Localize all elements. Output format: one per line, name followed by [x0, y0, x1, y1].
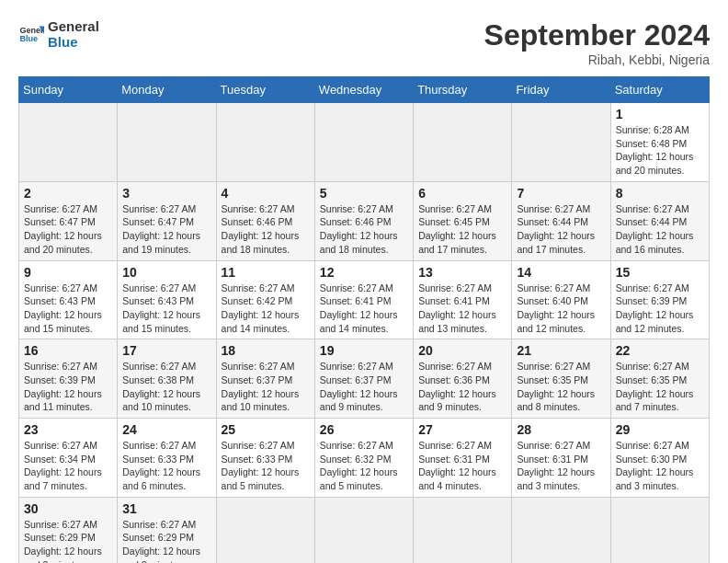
day-info: Sunrise: 6:27 AMSunset: 6:36 PMDaylight:… — [418, 360, 506, 414]
day-info: Sunrise: 6:27 AMSunset: 6:45 PMDaylight:… — [418, 202, 506, 257]
day-info: Sunrise: 6:27 AMSunset: 6:44 PMDaylight:… — [616, 202, 704, 257]
day-cell: 29Sunrise: 6:27 AMSunset: 6:30 PMDayligh… — [610, 419, 709, 498]
day-number: 14 — [517, 265, 605, 280]
day-info: Sunrise: 6:27 AMSunset: 6:37 PMDaylight:… — [222, 360, 310, 414]
svg-text:Blue: Blue — [19, 34, 38, 43]
day-cell — [512, 103, 610, 182]
day-info: Sunrise: 6:27 AMSunset: 6:46 PMDaylight:… — [320, 202, 408, 257]
day-info: Sunrise: 6:27 AMSunset: 6:47 PMDaylight:… — [122, 202, 210, 257]
day-cell: 28Sunrise: 6:27 AMSunset: 6:31 PMDayligh… — [512, 419, 610, 498]
calendar-table: SundayMondayTuesdayWednesdayThursdayFrid… — [18, 76, 710, 563]
day-info: Sunrise: 6:27 AMSunset: 6:39 PMDaylight:… — [616, 282, 704, 336]
day-cell: 13Sunrise: 6:27 AMSunset: 6:41 PMDayligh… — [414, 260, 512, 339]
day-number: 31 — [122, 501, 210, 516]
week-row-2: 2Sunrise: 6:27 AMSunset: 6:47 PMDaylight… — [19, 181, 710, 260]
week-row-6: 30Sunrise: 6:27 AMSunset: 6:29 PMDayligh… — [19, 497, 710, 563]
day-number: 12 — [320, 265, 408, 280]
day-info: Sunrise: 6:27 AMSunset: 6:38 PMDaylight:… — [122, 360, 210, 414]
location: Ribah, Kebbi, Nigeria — [484, 52, 710, 67]
day-number: 29 — [616, 422, 704, 437]
day-number: 9 — [24, 265, 112, 280]
day-number: 16 — [24, 343, 112, 358]
day-info: Sunrise: 6:27 AMSunset: 6:37 PMDaylight:… — [320, 360, 408, 414]
day-number: 15 — [616, 265, 704, 280]
day-info: Sunrise: 6:27 AMSunset: 6:31 PMDaylight:… — [418, 439, 506, 493]
day-number: 25 — [222, 422, 310, 437]
day-number: 22 — [616, 343, 704, 358]
day-info: Sunrise: 6:27 AMSunset: 6:35 PMDaylight:… — [616, 360, 704, 414]
day-number: 2 — [24, 186, 112, 201]
col-header-saturday: Saturday — [610, 77, 709, 103]
day-number: 28 — [517, 422, 605, 437]
day-cell: 2Sunrise: 6:27 AMSunset: 6:47 PMDaylight… — [19, 181, 118, 260]
day-cell — [19, 103, 118, 182]
logo-line2: Blue — [48, 34, 99, 50]
day-number: 24 — [122, 422, 210, 437]
day-cell: 5Sunrise: 6:27 AMSunset: 6:46 PMDaylight… — [314, 181, 413, 260]
day-cell: 7Sunrise: 6:27 AMSunset: 6:44 PMDaylight… — [512, 181, 610, 260]
day-number: 1 — [616, 107, 704, 121]
day-cell: 24Sunrise: 6:27 AMSunset: 6:33 PMDayligh… — [118, 419, 216, 498]
day-info: Sunrise: 6:27 AMSunset: 6:30 PMDaylight:… — [616, 439, 704, 493]
day-cell: 17Sunrise: 6:27 AMSunset: 6:38 PMDayligh… — [118, 339, 216, 419]
day-cell: 12Sunrise: 6:27 AMSunset: 6:41 PMDayligh… — [314, 260, 413, 339]
day-info: Sunrise: 6:27 AMSunset: 6:42 PMDaylight:… — [222, 282, 310, 336]
day-number: 6 — [418, 186, 506, 201]
day-cell — [414, 103, 512, 182]
day-cell: 6Sunrise: 6:27 AMSunset: 6:45 PMDaylight… — [414, 181, 512, 260]
day-cell: 23Sunrise: 6:27 AMSunset: 6:34 PMDayligh… — [19, 419, 118, 498]
day-number: 30 — [24, 501, 112, 516]
day-info: Sunrise: 6:27 AMSunset: 6:41 PMDaylight:… — [418, 282, 506, 336]
day-info: Sunrise: 6:28 AMSunset: 6:48 PMDaylight:… — [616, 123, 704, 178]
week-row-1: 1Sunrise: 6:28 AMSunset: 6:48 PMDaylight… — [19, 103, 710, 182]
day-cell: 20Sunrise: 6:27 AMSunset: 6:36 PMDayligh… — [414, 339, 512, 419]
day-info: Sunrise: 6:27 AMSunset: 6:46 PMDaylight:… — [222, 202, 310, 257]
day-cell: 10Sunrise: 6:27 AMSunset: 6:43 PMDayligh… — [118, 260, 216, 339]
day-cell: 1Sunrise: 6:28 AMSunset: 6:48 PMDaylight… — [610, 103, 709, 182]
month-title: September 2024 — [484, 18, 710, 52]
col-header-tuesday: Tuesday — [216, 77, 314, 103]
day-number: 3 — [122, 186, 210, 201]
day-cell: 30Sunrise: 6:27 AMSunset: 6:29 PMDayligh… — [19, 497, 118, 563]
day-number: 19 — [320, 343, 408, 358]
day-cell — [216, 103, 314, 182]
day-info: Sunrise: 6:27 AMSunset: 6:29 PMDaylight:… — [122, 518, 210, 563]
day-info: Sunrise: 6:27 AMSunset: 6:40 PMDaylight:… — [517, 282, 605, 336]
day-number: 17 — [122, 343, 210, 358]
day-cell: 19Sunrise: 6:27 AMSunset: 6:37 PMDayligh… — [314, 339, 413, 419]
day-cell — [512, 497, 610, 563]
day-cell: 4Sunrise: 6:27 AMSunset: 6:46 PMDaylight… — [216, 181, 314, 260]
day-number: 20 — [418, 343, 506, 358]
day-cell — [118, 103, 216, 182]
day-cell — [414, 497, 512, 563]
day-number: 13 — [418, 265, 506, 280]
week-row-4: 16Sunrise: 6:27 AMSunset: 6:39 PMDayligh… — [19, 339, 710, 419]
col-header-monday: Monday — [118, 77, 216, 103]
day-number: 5 — [320, 186, 408, 201]
logo-line1: General — [48, 18, 99, 34]
day-number: 23 — [24, 422, 112, 437]
day-cell — [314, 103, 413, 182]
day-cell: 26Sunrise: 6:27 AMSunset: 6:32 PMDayligh… — [314, 419, 413, 498]
day-info: Sunrise: 6:27 AMSunset: 6:33 PMDaylight:… — [222, 439, 310, 493]
day-info: Sunrise: 6:27 AMSunset: 6:32 PMDaylight:… — [320, 439, 408, 493]
day-cell: 25Sunrise: 6:27 AMSunset: 6:33 PMDayligh… — [216, 419, 314, 498]
day-cell: 16Sunrise: 6:27 AMSunset: 6:39 PMDayligh… — [19, 339, 118, 419]
col-header-wednesday: Wednesday — [314, 77, 413, 103]
day-cell: 18Sunrise: 6:27 AMSunset: 6:37 PMDayligh… — [216, 339, 314, 419]
day-cell — [314, 497, 413, 563]
day-info: Sunrise: 6:27 AMSunset: 6:47 PMDaylight:… — [24, 202, 112, 257]
day-info: Sunrise: 6:27 AMSunset: 6:44 PMDaylight:… — [517, 202, 605, 257]
day-info: Sunrise: 6:27 AMSunset: 6:34 PMDaylight:… — [24, 439, 112, 493]
day-number: 4 — [222, 186, 310, 201]
day-number: 7 — [517, 186, 605, 201]
day-info: Sunrise: 6:27 AMSunset: 6:43 PMDaylight:… — [24, 282, 112, 336]
day-info: Sunrise: 6:27 AMSunset: 6:41 PMDaylight:… — [320, 282, 408, 336]
day-cell — [610, 497, 709, 563]
day-number: 18 — [222, 343, 310, 358]
day-info: Sunrise: 6:27 AMSunset: 6:33 PMDaylight:… — [122, 439, 210, 493]
week-row-5: 23Sunrise: 6:27 AMSunset: 6:34 PMDayligh… — [19, 419, 710, 498]
day-cell: 9Sunrise: 6:27 AMSunset: 6:43 PMDaylight… — [19, 260, 118, 339]
day-cell: 15Sunrise: 6:27 AMSunset: 6:39 PMDayligh… — [610, 260, 709, 339]
day-cell: 3Sunrise: 6:27 AMSunset: 6:47 PMDaylight… — [118, 181, 216, 260]
